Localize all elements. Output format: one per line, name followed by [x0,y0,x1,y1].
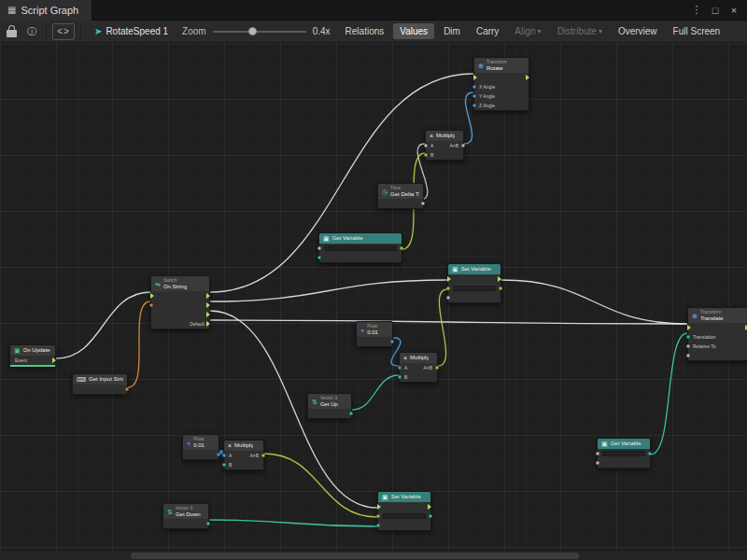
input-port[interactable] [686,344,690,348]
input-port[interactable] [472,94,476,98]
graph-canvas[interactable]: ⊕TransformRotateX AngleY AngleZ Angle×Mu… [0,43,747,560]
node-vector3-get-down[interactable]: ⇅Vector 3Get Down [162,503,209,529]
edge-12[interactable] [438,289,447,366]
output-port[interactable] [261,454,265,457]
output-port[interactable] [206,522,210,525]
input-port[interactable] [686,354,690,357]
zoom-knob[interactable] [248,27,257,35]
edge-14[interactable] [264,454,377,517]
output-port[interactable] [648,452,652,455]
input-port[interactable] [317,246,321,250]
node-rotate[interactable]: ⊕TransformRotateX AngleY AngleZ Angle [473,57,529,111]
edge-9[interactable] [464,92,473,144]
edge-0[interactable] [56,292,150,358]
output-port[interactable] [429,514,432,518]
node-multiply-2[interactable]: ×MultiplyAA×BB [399,352,438,383]
edge-5[interactable] [210,320,687,324]
input-port[interactable] [222,463,226,467]
node-on-update[interactable]: ▣On UpdateEvent [9,344,56,367]
node-multiply-1[interactable]: ×MultiplyAA×BB [425,130,464,161]
flow-in-port[interactable] [447,276,451,282]
maximize-icon[interactable]: □ [708,5,723,16]
variable-name-field[interactable] [453,286,496,291]
flow-in-port[interactable] [150,293,154,299]
variable-name-field[interactable] [383,513,426,519]
node-translate[interactable]: ⊕TransformTranslateTranslationRelative T… [687,307,747,361]
node-float-2[interactable]: ●Float0.01 [182,434,219,460]
flow-out-port[interactable] [206,321,210,327]
edge-16[interactable] [651,333,687,455]
variable-name-field[interactable] [324,245,397,251]
input-port[interactable] [446,287,450,290]
overview-button[interactable]: Overview [612,23,664,39]
input-port[interactable] [376,514,380,518]
graph-name[interactable]: ➤ RotateSpeed 1 [87,26,176,36]
flow-out-port[interactable] [206,312,210,317]
flow-out-port[interactable] [206,293,210,299]
lock-icon[interactable] [4,23,21,40]
input-port[interactable] [446,296,450,300]
horizontal-scrollbar-thumb[interactable] [131,553,579,559]
flow-out-port[interactable] [206,302,210,308]
node-get-delta-time[interactable]: ◷TimeGet Delta Time [377,183,424,209]
node-float-1[interactable]: ●Float0.01 [356,321,393,347]
tab-script-graph[interactable]: ▦ Script Graph [0,0,92,21]
node-set-variable-2[interactable]: ▣Set Variable [377,491,431,531]
flow-out-port[interactable] [526,75,529,80]
flow-out-port[interactable] [52,357,56,363]
input-port[interactable] [398,366,402,370]
node-set-variable-1[interactable]: ▣Set Variable [447,263,501,303]
info-icon[interactable]: ⓘ [23,23,40,40]
flow-out-port[interactable] [428,504,431,510]
input-port[interactable] [149,303,153,307]
window-menu-icon[interactable]: ⋮ [689,4,704,16]
output-port[interactable] [400,246,403,250]
input-port[interactable] [686,335,690,339]
input-port[interactable] [596,452,599,455]
align-button[interactable]: Align ▾ [508,23,547,39]
node-get-variable-1[interactable]: ▣Get Variable [318,232,402,263]
variable-name-field[interactable] [602,451,645,456]
dim-button[interactable]: Dim [437,23,467,39]
edge-6[interactable] [501,280,687,324]
output-port[interactable] [461,144,465,147]
input-port[interactable] [424,144,428,147]
edge-4[interactable] [210,311,377,508]
output-port[interactable] [421,202,425,205]
output-port[interactable] [217,453,220,456]
input-port[interactable] [424,153,428,157]
input-port[interactable] [317,256,321,259]
distribute-button[interactable]: Distribute ▾ [551,23,609,39]
output-port[interactable] [349,412,353,415]
carry-button[interactable]: Carry [470,23,505,39]
close-icon[interactable]: × [726,5,741,16]
edge-1[interactable] [128,301,150,387]
input-port[interactable] [376,524,380,527]
output-port[interactable] [125,387,129,391]
input-port[interactable] [596,461,599,465]
full-screen-button[interactable]: Full Screen [667,23,727,39]
input-port[interactable] [472,85,476,89]
zoom-slider[interactable] [213,23,306,40]
flow-in-port[interactable] [687,325,691,330]
node-vector3-get-up[interactable]: ⇅Vector 3Get Up [307,393,352,419]
output-port[interactable] [390,340,394,343]
output-port[interactable] [499,287,502,290]
flow-in-port[interactable] [377,504,381,510]
output-port[interactable] [435,366,439,370]
flow-out-port[interactable] [498,276,501,282]
edge-15[interactable] [209,520,377,526]
relations-button[interactable]: Relations [339,23,391,39]
edge-3[interactable] [210,280,447,301]
node-switch[interactable]: ⇋SwitchOn StringDefault [150,275,210,329]
horizontal-scrollbar[interactable] [0,550,747,560]
flow-in-port[interactable] [473,75,477,80]
node-multiply-3[interactable]: ×MultiplyAA×BB [223,440,264,470]
edge-11[interactable] [352,375,399,410]
node-get-input-string[interactable]: ⌨Get Input Strin... [72,373,128,395]
node-get-variable-2[interactable]: ▣Get Variable [597,438,651,469]
values-button[interactable]: Values [393,23,434,39]
input-port[interactable] [222,454,226,457]
edit-graph-icon[interactable]: <> [52,23,75,40]
input-port[interactable] [398,375,402,379]
